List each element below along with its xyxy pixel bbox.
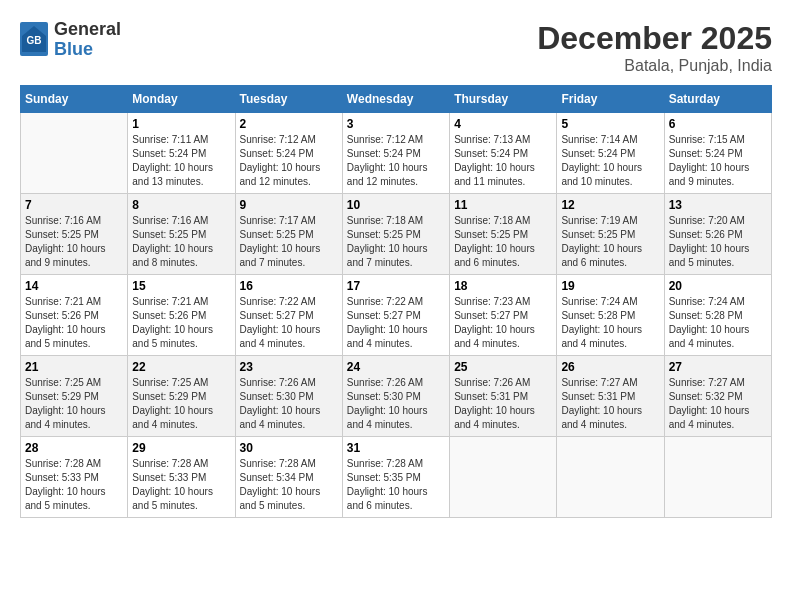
calendar-week-row: 7Sunrise: 7:16 AM Sunset: 5:25 PM Daylig… xyxy=(21,194,772,275)
calendar-cell: 10Sunrise: 7:18 AM Sunset: 5:25 PM Dayli… xyxy=(342,194,449,275)
calendar-cell: 23Sunrise: 7:26 AM Sunset: 5:30 PM Dayli… xyxy=(235,356,342,437)
day-number: 11 xyxy=(454,198,552,212)
calendar-cell: 11Sunrise: 7:18 AM Sunset: 5:25 PM Dayli… xyxy=(450,194,557,275)
day-info: Sunrise: 7:28 AM Sunset: 5:33 PM Dayligh… xyxy=(25,457,123,513)
day-number: 12 xyxy=(561,198,659,212)
calendar-cell: 26Sunrise: 7:27 AM Sunset: 5:31 PM Dayli… xyxy=(557,356,664,437)
day-number: 9 xyxy=(240,198,338,212)
day-info: Sunrise: 7:18 AM Sunset: 5:25 PM Dayligh… xyxy=(347,214,445,270)
day-info: Sunrise: 7:20 AM Sunset: 5:26 PM Dayligh… xyxy=(669,214,767,270)
weekday-row: SundayMondayTuesdayWednesdayThursdayFrid… xyxy=(21,86,772,113)
day-number: 29 xyxy=(132,441,230,455)
day-number: 21 xyxy=(25,360,123,374)
calendar-cell xyxy=(557,437,664,518)
calendar-cell: 13Sunrise: 7:20 AM Sunset: 5:26 PM Dayli… xyxy=(664,194,771,275)
calendar-cell: 17Sunrise: 7:22 AM Sunset: 5:27 PM Dayli… xyxy=(342,275,449,356)
logo-line1: General xyxy=(54,20,121,40)
day-number: 20 xyxy=(669,279,767,293)
day-info: Sunrise: 7:16 AM Sunset: 5:25 PM Dayligh… xyxy=(25,214,123,270)
calendar-cell: 9Sunrise: 7:17 AM Sunset: 5:25 PM Daylig… xyxy=(235,194,342,275)
day-info: Sunrise: 7:24 AM Sunset: 5:28 PM Dayligh… xyxy=(669,295,767,351)
day-number: 23 xyxy=(240,360,338,374)
day-info: Sunrise: 7:27 AM Sunset: 5:32 PM Dayligh… xyxy=(669,376,767,432)
day-info: Sunrise: 7:26 AM Sunset: 5:30 PM Dayligh… xyxy=(240,376,338,432)
day-number: 24 xyxy=(347,360,445,374)
day-info: Sunrise: 7:18 AM Sunset: 5:25 PM Dayligh… xyxy=(454,214,552,270)
calendar-cell: 31Sunrise: 7:28 AM Sunset: 5:35 PM Dayli… xyxy=(342,437,449,518)
calendar-cell xyxy=(21,113,128,194)
day-number: 17 xyxy=(347,279,445,293)
day-number: 26 xyxy=(561,360,659,374)
day-number: 3 xyxy=(347,117,445,131)
day-info: Sunrise: 7:12 AM Sunset: 5:24 PM Dayligh… xyxy=(240,133,338,189)
day-number: 7 xyxy=(25,198,123,212)
calendar-cell: 2Sunrise: 7:12 AM Sunset: 5:24 PM Daylig… xyxy=(235,113,342,194)
day-info: Sunrise: 7:16 AM Sunset: 5:25 PM Dayligh… xyxy=(132,214,230,270)
day-info: Sunrise: 7:11 AM Sunset: 5:24 PM Dayligh… xyxy=(132,133,230,189)
day-number: 2 xyxy=(240,117,338,131)
calendar-cell: 4Sunrise: 7:13 AM Sunset: 5:24 PM Daylig… xyxy=(450,113,557,194)
calendar-cell: 16Sunrise: 7:22 AM Sunset: 5:27 PM Dayli… xyxy=(235,275,342,356)
calendar-cell: 25Sunrise: 7:26 AM Sunset: 5:31 PM Dayli… xyxy=(450,356,557,437)
svg-text:GB: GB xyxy=(27,35,42,46)
day-number: 30 xyxy=(240,441,338,455)
weekday-header: Tuesday xyxy=(235,86,342,113)
title-block: December 2025 Batala, Punjab, India xyxy=(537,20,772,75)
day-number: 4 xyxy=(454,117,552,131)
calendar-cell: 8Sunrise: 7:16 AM Sunset: 5:25 PM Daylig… xyxy=(128,194,235,275)
calendar-table: SundayMondayTuesdayWednesdayThursdayFrid… xyxy=(20,85,772,518)
day-number: 19 xyxy=(561,279,659,293)
calendar-cell: 19Sunrise: 7:24 AM Sunset: 5:28 PM Dayli… xyxy=(557,275,664,356)
calendar-cell: 12Sunrise: 7:19 AM Sunset: 5:25 PM Dayli… xyxy=(557,194,664,275)
day-info: Sunrise: 7:21 AM Sunset: 5:26 PM Dayligh… xyxy=(25,295,123,351)
weekday-header: Friday xyxy=(557,86,664,113)
calendar-cell: 15Sunrise: 7:21 AM Sunset: 5:26 PM Dayli… xyxy=(128,275,235,356)
calendar-header: SundayMondayTuesdayWednesdayThursdayFrid… xyxy=(21,86,772,113)
weekday-header: Sunday xyxy=(21,86,128,113)
logo-text: General Blue xyxy=(54,20,121,60)
day-number: 22 xyxy=(132,360,230,374)
calendar-cell: 21Sunrise: 7:25 AM Sunset: 5:29 PM Dayli… xyxy=(21,356,128,437)
logo: GB General Blue xyxy=(20,20,121,60)
day-number: 14 xyxy=(25,279,123,293)
calendar-cell: 1Sunrise: 7:11 AM Sunset: 5:24 PM Daylig… xyxy=(128,113,235,194)
day-info: Sunrise: 7:22 AM Sunset: 5:27 PM Dayligh… xyxy=(347,295,445,351)
day-number: 16 xyxy=(240,279,338,293)
day-info: Sunrise: 7:17 AM Sunset: 5:25 PM Dayligh… xyxy=(240,214,338,270)
day-info: Sunrise: 7:15 AM Sunset: 5:24 PM Dayligh… xyxy=(669,133,767,189)
day-number: 28 xyxy=(25,441,123,455)
day-info: Sunrise: 7:22 AM Sunset: 5:27 PM Dayligh… xyxy=(240,295,338,351)
calendar-week-row: 21Sunrise: 7:25 AM Sunset: 5:29 PM Dayli… xyxy=(21,356,772,437)
calendar-cell: 29Sunrise: 7:28 AM Sunset: 5:33 PM Dayli… xyxy=(128,437,235,518)
calendar-body: 1Sunrise: 7:11 AM Sunset: 5:24 PM Daylig… xyxy=(21,113,772,518)
day-number: 10 xyxy=(347,198,445,212)
day-number: 31 xyxy=(347,441,445,455)
calendar-cell: 7Sunrise: 7:16 AM Sunset: 5:25 PM Daylig… xyxy=(21,194,128,275)
calendar-cell: 24Sunrise: 7:26 AM Sunset: 5:30 PM Dayli… xyxy=(342,356,449,437)
location: Batala, Punjab, India xyxy=(537,57,772,75)
day-info: Sunrise: 7:27 AM Sunset: 5:31 PM Dayligh… xyxy=(561,376,659,432)
calendar-cell: 6Sunrise: 7:15 AM Sunset: 5:24 PM Daylig… xyxy=(664,113,771,194)
day-number: 25 xyxy=(454,360,552,374)
calendar-week-row: 14Sunrise: 7:21 AM Sunset: 5:26 PM Dayli… xyxy=(21,275,772,356)
calendar-cell: 27Sunrise: 7:27 AM Sunset: 5:32 PM Dayli… xyxy=(664,356,771,437)
logo-icon: GB xyxy=(20,22,50,57)
calendar-cell: 30Sunrise: 7:28 AM Sunset: 5:34 PM Dayli… xyxy=(235,437,342,518)
weekday-header: Wednesday xyxy=(342,86,449,113)
day-info: Sunrise: 7:28 AM Sunset: 5:35 PM Dayligh… xyxy=(347,457,445,513)
day-number: 13 xyxy=(669,198,767,212)
calendar-cell: 20Sunrise: 7:24 AM Sunset: 5:28 PM Dayli… xyxy=(664,275,771,356)
month-title: December 2025 xyxy=(537,20,772,57)
calendar-cell: 18Sunrise: 7:23 AM Sunset: 5:27 PM Dayli… xyxy=(450,275,557,356)
weekday-header: Saturday xyxy=(664,86,771,113)
calendar-cell: 3Sunrise: 7:12 AM Sunset: 5:24 PM Daylig… xyxy=(342,113,449,194)
day-number: 27 xyxy=(669,360,767,374)
day-info: Sunrise: 7:23 AM Sunset: 5:27 PM Dayligh… xyxy=(454,295,552,351)
calendar-week-row: 28Sunrise: 7:28 AM Sunset: 5:33 PM Dayli… xyxy=(21,437,772,518)
day-number: 15 xyxy=(132,279,230,293)
weekday-header: Monday xyxy=(128,86,235,113)
day-info: Sunrise: 7:26 AM Sunset: 5:31 PM Dayligh… xyxy=(454,376,552,432)
calendar-cell: 22Sunrise: 7:25 AM Sunset: 5:29 PM Dayli… xyxy=(128,356,235,437)
day-number: 6 xyxy=(669,117,767,131)
day-info: Sunrise: 7:13 AM Sunset: 5:24 PM Dayligh… xyxy=(454,133,552,189)
